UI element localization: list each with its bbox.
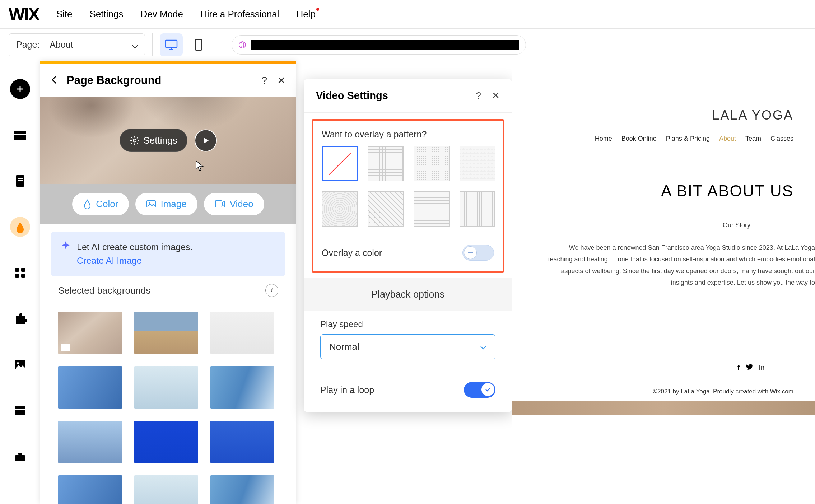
bg-thumb-3[interactable] (210, 312, 274, 354)
mobile-view-button[interactable] (187, 33, 210, 56)
site-footer-strip (512, 401, 815, 415)
panel-header: Page Background ? ✕ (40, 64, 296, 97)
bg-thumb-10[interactable] (58, 475, 122, 504)
bg-thumb-7[interactable] (58, 421, 122, 463)
nav-plans[interactable]: Plans & Pricing (666, 135, 710, 143)
settings-button[interactable]: Settings (120, 129, 188, 152)
svg-line-32 (131, 143, 132, 144)
tab-color[interactable]: Color (72, 193, 129, 215)
nav-classes[interactable]: Classes (770, 135, 793, 143)
facebook-icon[interactable]: f (737, 364, 740, 372)
bg-thumb-9[interactable] (210, 421, 274, 463)
twitter-icon[interactable] (746, 364, 753, 372)
pattern-noise[interactable] (322, 191, 358, 227)
linkedin-icon[interactable]: in (759, 364, 765, 372)
layout-button[interactable] (10, 401, 30, 421)
create-ai-image-link[interactable]: Create AI Image (77, 254, 192, 268)
bg-thumb-4[interactable] (58, 366, 122, 409)
back-button[interactable] (51, 75, 58, 86)
pages-button[interactable] (10, 171, 30, 191)
loop-toggle[interactable] (464, 382, 495, 398)
page-background-panel: Page Background ? ✕ Settings Color Image… (40, 61, 296, 504)
svg-marker-38 (223, 201, 225, 207)
loop-label: Play in a loop (320, 385, 374, 395)
pattern-diagonal[interactable] (368, 191, 404, 227)
menu-dev-mode[interactable]: Dev Mode (140, 9, 183, 20)
bg-thumb-6[interactable] (210, 366, 274, 409)
pattern-checker[interactable] (460, 146, 495, 181)
plus-icon (16, 85, 24, 93)
sections-button[interactable] (10, 125, 30, 145)
add-button[interactable] (10, 79, 30, 99)
play-speed-field: Play speed Normal (304, 311, 512, 367)
nav-team[interactable]: Team (745, 135, 761, 143)
playback-options-heading: Playback options (304, 278, 512, 311)
overlay-color-toggle[interactable] (462, 245, 494, 261)
nav-about[interactable]: About (719, 135, 736, 143)
second-bar: Page: About (0, 29, 815, 61)
bg-thumb-1[interactable] (58, 312, 122, 354)
bg-thumb-5[interactable] (134, 366, 198, 409)
device-switcher (152, 33, 210, 56)
svg-rect-13 (18, 180, 23, 181)
gear-icon (130, 136, 139, 145)
image-icon (14, 359, 27, 370)
site-footer: ©2021 by LaLa Yoga. Proudly created with… (512, 372, 815, 395)
nav-home[interactable]: Home (595, 135, 612, 143)
page-selector[interactable]: Page: About (9, 33, 145, 56)
play-speed-select[interactable]: Normal (320, 334, 495, 359)
grid-icon (14, 267, 26, 279)
media-button[interactable] (10, 355, 30, 375)
menu-help[interactable]: Help (297, 9, 316, 20)
video-icon (215, 200, 225, 208)
pattern-vertical[interactable] (460, 191, 495, 227)
top-menu: Site Settings Dev Mode Hire a Profession… (56, 9, 316, 20)
page-selector-label: Page: (16, 39, 39, 50)
apps-button[interactable] (10, 263, 30, 283)
svg-line-33 (137, 137, 138, 138)
pattern-grid-small[interactable] (368, 146, 404, 181)
pattern-horizontal[interactable] (414, 191, 450, 227)
info-button[interactable]: i (265, 284, 278, 297)
menu-hire-pro[interactable]: Hire a Professional (200, 9, 279, 20)
nav-book[interactable]: Book Online (621, 135, 657, 143)
bg-thumb-8[interactable] (134, 421, 198, 463)
svg-point-25 (133, 139, 136, 142)
ai-banner-text: Let AI create custom images. (77, 241, 192, 254)
design-button[interactable] (10, 217, 30, 237)
tab-image-label: Image (160, 199, 186, 210)
svg-line-30 (131, 137, 132, 138)
bg-thumb-2[interactable] (134, 312, 198, 354)
url-bar[interactable] (232, 35, 526, 55)
desktop-view-button[interactable] (160, 33, 183, 56)
tab-video-label: Video (230, 199, 253, 210)
help-button[interactable]: ? (261, 75, 267, 86)
bg-thumb-12[interactable] (210, 475, 274, 504)
svg-rect-24 (18, 453, 22, 455)
bg-thumb-11[interactable] (134, 475, 198, 504)
droplet-icon (83, 199, 92, 209)
briefcase-icon (14, 451, 26, 462)
menu-settings[interactable]: Settings (89, 9, 123, 20)
pattern-dots[interactable] (414, 146, 450, 181)
video-settings-help-button[interactable]: ? (476, 90, 481, 101)
site-preview: LALA YOGA Home Book Online Plans & Prici… (512, 61, 815, 504)
tab-image[interactable]: Image (135, 193, 197, 215)
business-button[interactable] (10, 447, 30, 467)
chevron-down-icon (131, 41, 139, 48)
desktop-icon (165, 39, 178, 50)
page-selector-value: About (50, 39, 127, 50)
site-nav: Home Book Online Plans & Pricing About T… (512, 123, 815, 143)
video-settings-close-button[interactable]: ✕ (492, 90, 500, 101)
pattern-none[interactable] (322, 146, 358, 181)
tab-video[interactable]: Video (204, 193, 264, 215)
addons-button[interactable] (10, 309, 30, 329)
play-button[interactable] (195, 129, 217, 151)
left-rail (0, 61, 40, 504)
menu-site[interactable]: Site (56, 9, 73, 20)
close-button[interactable]: ✕ (277, 75, 285, 87)
svg-rect-17 (21, 274, 25, 278)
panel-accent-bar (40, 61, 296, 64)
svg-rect-3 (195, 39, 202, 50)
image-icon (146, 200, 156, 208)
